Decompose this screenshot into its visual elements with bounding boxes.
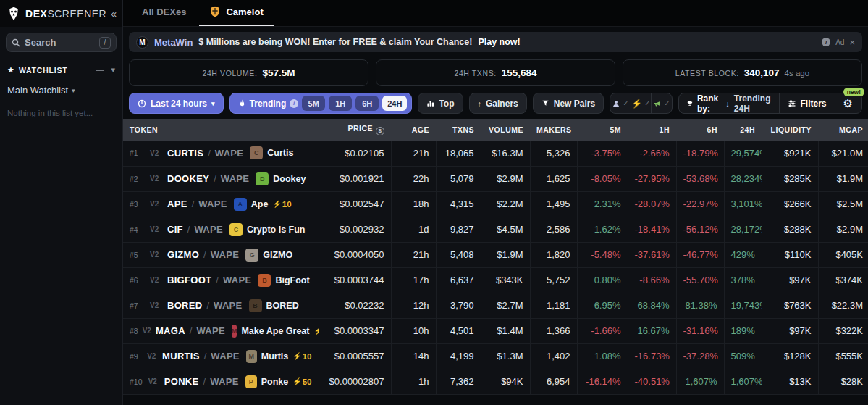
cell-liquidity: $921K bbox=[762, 141, 818, 166]
top-label: Top bbox=[439, 99, 454, 109]
stat-volume: 24H VOLUME: $57.5M bbox=[129, 59, 368, 86]
new-pairs-button[interactable]: New Pairs bbox=[533, 93, 604, 114]
col-txns[interactable]: TXNS bbox=[436, 119, 481, 141]
col-volume[interactable]: VOLUME bbox=[481, 119, 530, 141]
cell-mcap: $2.9M bbox=[818, 217, 868, 242]
makers-toggle[interactable]: ✓ bbox=[610, 93, 631, 113]
cell-5m-change: -16.14% bbox=[577, 369, 628, 394]
cell-1h-change: -40.51% bbox=[628, 369, 676, 394]
watchlist-selector[interactable]: Main Watchlist ▾ bbox=[0, 79, 122, 99]
cell-makers: 2,586 bbox=[530, 217, 577, 242]
table-row[interactable]: #6 V2 BIGFOOT WAPE B BigFoot $0.0003744 … bbox=[123, 267, 868, 293]
tab-all-dexes-label: All DEXes bbox=[142, 7, 186, 17]
trending-range-6h[interactable]: 6H bbox=[355, 96, 379, 111]
col-price[interactable]: PRICE$ bbox=[319, 119, 391, 141]
time-range-button[interactable]: Last 24 hours ▾ bbox=[129, 93, 224, 114]
table-row[interactable]: #3 V2 APE WAPE A Ape 10 $0.002547 18h 4,… bbox=[123, 191, 868, 217]
col-age[interactable]: AGE bbox=[391, 119, 436, 141]
pair-separator bbox=[204, 351, 207, 362]
table-row[interactable]: #2 V2 DOOKEY WAPE D Dookey $0.001921 22h… bbox=[123, 166, 868, 191]
collapse-sidebar-icon[interactable]: « bbox=[111, 8, 117, 20]
cell-makers: 1,181 bbox=[530, 293, 577, 318]
dex-version-badge: V2 bbox=[150, 149, 163, 157]
metawin-logo-icon: M bbox=[136, 36, 148, 49]
cell-makers: 1,820 bbox=[530, 242, 577, 267]
ads-toggle[interactable]: ✓ bbox=[652, 93, 672, 113]
pair-separator bbox=[216, 275, 219, 285]
col-1h[interactable]: 1H bbox=[628, 119, 676, 141]
tab-camelot-label: Camelot bbox=[226, 7, 263, 17]
person-icon bbox=[612, 99, 620, 108]
cell-liquidity: $763K bbox=[762, 293, 818, 318]
ad-close-icon[interactable]: × bbox=[849, 37, 855, 48]
funnel-icon bbox=[542, 99, 549, 107]
arrow-down-icon: ↓ bbox=[725, 99, 730, 108]
ad-banner[interactable]: M MetaWin $ Millions are being WON! Ente… bbox=[129, 32, 862, 52]
col-liquidity[interactable]: LIQUIDITY bbox=[762, 119, 818, 141]
col-5m[interactable]: 5M bbox=[577, 119, 628, 141]
col-token[interactable]: TOKEN bbox=[123, 119, 319, 141]
top-button[interactable]: Top bbox=[418, 93, 463, 114]
col-mcap[interactable]: MCAP bbox=[818, 119, 868, 141]
brand-row: DEXSCREENER « bbox=[0, 0, 122, 27]
trending-info-icon[interactable]: i bbox=[290, 99, 298, 108]
trending-range-5m[interactable]: 5M bbox=[302, 96, 325, 111]
search-shortcut-key: / bbox=[99, 37, 111, 49]
cell-24h-change: 378% bbox=[724, 267, 762, 293]
table-row[interactable]: #8 V2 MAGA WAPE M Make Ape Great 50 $0.0… bbox=[123, 318, 868, 343]
trending-range-24h[interactable]: 24H bbox=[382, 96, 407, 111]
token-quote-symbol: WAPE bbox=[214, 300, 242, 311]
cell-6h-change: -56.12% bbox=[676, 217, 724, 242]
new-feature-badge: new! bbox=[843, 88, 864, 96]
table-row[interactable]: #5 V2 GIZMO WAPE G GIZMO $0.0004050 21h … bbox=[123, 242, 868, 267]
trending-range-1h[interactable]: 1H bbox=[329, 96, 352, 111]
rank-by-button[interactable]: Rank by: ↓ Trending 24H bbox=[679, 93, 780, 113]
col-6h[interactable]: 6H bbox=[676, 119, 724, 141]
cell-price: $0.00002807 bbox=[319, 369, 391, 394]
watchlist-minimize-icon[interactable]: — bbox=[96, 65, 104, 75]
boosts-toggle[interactable]: ⚡ ✓ bbox=[631, 93, 652, 113]
table-row[interactable]: #9 V2 MURTIS WAPE M Murtis 10 $0.0005557… bbox=[123, 343, 868, 369]
table-row[interactable]: #10 V2 PONKE WAPE P Ponke 50 $0.00002807… bbox=[123, 369, 868, 394]
cell-volume: $1.3M bbox=[481, 343, 530, 369]
settings-button[interactable]: ⚙ bbox=[835, 93, 861, 113]
table-row[interactable]: #1 V2 CURTIS WAPE C Curtis $0.02105 21h … bbox=[123, 141, 868, 166]
check-icon: ✓ bbox=[623, 99, 628, 107]
token-name: Make Ape Great bbox=[241, 326, 309, 336]
watchlist-title: WATCHLIST bbox=[19, 66, 68, 75]
cell-liquidity: $285K bbox=[762, 166, 818, 191]
cell-1h-change: 68.84% bbox=[628, 293, 676, 318]
cell-1h-change: -28.07% bbox=[628, 191, 676, 217]
col-makers[interactable]: MAKERS bbox=[530, 119, 577, 141]
token-rank: #5 bbox=[130, 251, 146, 259]
watchlist-collapse-icon[interactable]: ▾ bbox=[111, 65, 115, 75]
token-avatar: D bbox=[256, 172, 269, 185]
token-base-symbol: BORED bbox=[167, 300, 202, 311]
table-row[interactable]: #4 V2 CIF WAPE C Crypto Is Fun $0.002932… bbox=[123, 217, 868, 242]
cell-5m-change: -8.05% bbox=[577, 166, 628, 191]
table-row[interactable]: #7 V2 BORED WAPE B BORED $0.02232 12h 3,… bbox=[123, 293, 868, 318]
cell-5m-change: 6.95% bbox=[577, 293, 628, 318]
cell-liquidity: $128K bbox=[762, 343, 818, 369]
cell-24h-change: 19,743% bbox=[724, 293, 762, 318]
cell-mcap: $405K bbox=[818, 242, 868, 267]
ad-info-icon[interactable]: i bbox=[822, 38, 830, 46]
cell-makers: 1,625 bbox=[530, 166, 577, 191]
dex-version-badge: V2 bbox=[150, 301, 163, 309]
tab-all-dexes[interactable]: All DEXes bbox=[132, 0, 196, 26]
token-avatar: C bbox=[229, 223, 243, 236]
stat-txns: 24H TXNS: 155,684 bbox=[376, 59, 615, 86]
cell-1h-change: -16.73% bbox=[628, 343, 676, 369]
tab-camelot[interactable]: Camelot bbox=[199, 0, 273, 26]
cell-1h-change: -8.66% bbox=[628, 267, 676, 293]
gainers-button[interactable]: ↑ Gainers bbox=[469, 93, 527, 114]
cell-24h-change: 28,172% bbox=[724, 217, 762, 242]
token-quote-symbol: WAPE bbox=[221, 173, 249, 184]
cell-txns: 5,408 bbox=[436, 242, 481, 267]
search-input[interactable]: Search / bbox=[6, 33, 117, 52]
cell-mcap: $555K bbox=[818, 343, 868, 369]
col-24h[interactable]: 24H bbox=[724, 119, 762, 141]
ad-cta-link[interactable]: Play now! bbox=[478, 37, 520, 47]
cell-6h-change: -46.77% bbox=[676, 242, 724, 267]
filters-button[interactable]: Filters bbox=[780, 93, 835, 113]
